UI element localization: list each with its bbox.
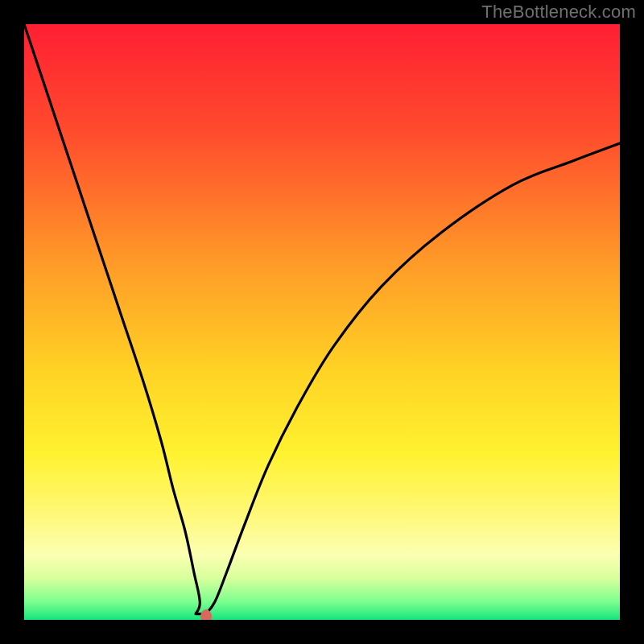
bottleneck-curve xyxy=(24,24,620,620)
minimum-marker xyxy=(200,609,212,620)
chart-frame: TheBottleneck.com xyxy=(0,0,644,644)
plot-area xyxy=(24,24,620,620)
watermark-text: TheBottleneck.com xyxy=(481,2,636,23)
